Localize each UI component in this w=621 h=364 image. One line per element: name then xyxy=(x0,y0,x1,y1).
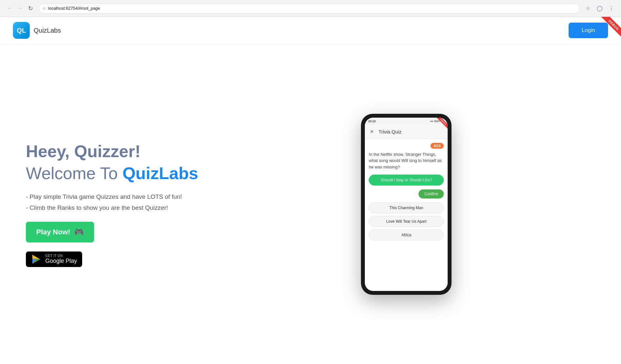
reload-button[interactable]: ↻ xyxy=(26,4,35,13)
phone-screen: 10:13 ▪▪▪ WiFi 🔋 ✕ Trivia Quiz xyxy=(365,118,448,291)
page: DEBUG QL QuizLabs Login Heey, Quizzer! W… xyxy=(0,17,621,364)
google-play-large: Google Play xyxy=(45,258,77,264)
phone-app-title: Trivia Quiz xyxy=(378,129,401,134)
phone-app-bar: ✕ Trivia Quiz xyxy=(365,125,448,139)
answer-text-2: This Charming Man xyxy=(389,206,423,210)
hero-heading-2-prefix: Welcome To xyxy=(26,164,123,183)
answer-text-1: Should I Stay or Should I Go? xyxy=(381,178,432,182)
confirm-button[interactable]: Confirm xyxy=(419,189,444,198)
logo-area: QL QuizLabs xyxy=(13,22,61,39)
question-text: In the Netflix show, Stranger Things, wh… xyxy=(369,151,444,170)
play-now-label: Play Now! xyxy=(36,228,70,236)
gamepad-icon: 🎮 xyxy=(74,228,84,237)
answer-option-3[interactable]: Love Will Tear Us Apart xyxy=(369,216,444,227)
app-name: QuizLabs xyxy=(34,27,61,34)
hero-left: Heey, Quizzer! Welcome To QuizLabs - Pla… xyxy=(26,142,198,267)
answer-option-2[interactable]: This Charming Man xyxy=(369,202,444,213)
answer-text-4: Africa xyxy=(401,233,411,237)
svg-marker-2 xyxy=(32,255,40,259)
url-text: localhost:62754/#root_page xyxy=(48,6,100,11)
google-play-text: GET IT ON Google Play xyxy=(45,254,77,264)
google-play-badge[interactable]: GET IT ON Google Play xyxy=(26,252,82,267)
address-bar[interactable]: ○ localhost:62754/#root_page xyxy=(39,3,580,14)
google-play-small: GET IT ON xyxy=(45,254,77,258)
confirm-row: Confirm xyxy=(369,189,444,198)
header: QL QuizLabs Login xyxy=(0,17,621,44)
secure-icon: ○ xyxy=(43,6,46,11)
question-counter: 6/15 xyxy=(430,143,444,149)
phone-status-bar: 10:13 ▪▪▪ WiFi 🔋 xyxy=(365,118,448,125)
phone-status-icons: ▪▪▪ WiFi 🔋 xyxy=(430,120,445,123)
hero-right: 10:13 ▪▪▪ WiFi 🔋 ✕ Trivia Quiz xyxy=(198,114,595,295)
hero-brand-name: QuizLabs xyxy=(123,164,198,183)
content-area: Heey, Quizzer! Welcome To QuizLabs - Pla… xyxy=(0,44,621,364)
account-button[interactable]: ◯ xyxy=(595,4,604,13)
bookmark-button[interactable]: ☆ xyxy=(583,4,593,13)
hero-heading-1: Heey, Quizzer! xyxy=(26,142,198,161)
browser-chrome: ← → ↻ ○ localhost:62754/#root_page ☆ ◯ ⋮ xyxy=(0,0,621,17)
hero-heading-2: Welcome To QuizLabs xyxy=(26,164,198,183)
menu-button[interactable]: ⋮ xyxy=(607,4,616,13)
battery-icon: 🔋 xyxy=(441,120,444,123)
feature-text-2: - Climb the Ranks to show you are the be… xyxy=(26,204,198,211)
wifi-icon: WiFi xyxy=(434,120,440,123)
phone-time: 10:13 xyxy=(368,120,376,123)
signal-icon: ▪▪▪ xyxy=(430,120,433,123)
phone-content: 6/15 In the Netflix show, Stranger Thing… xyxy=(365,139,448,291)
answer-text-3: Love Will Tear Us Apart xyxy=(386,219,427,224)
answer-option-4[interactable]: Africa xyxy=(369,230,444,241)
phone-close-button[interactable]: ✕ xyxy=(369,128,375,135)
back-button[interactable]: ← xyxy=(5,4,14,13)
phone-mockup: 10:13 ▪▪▪ WiFi 🔋 ✕ Trivia Quiz xyxy=(361,114,452,295)
google-play-icon xyxy=(31,254,41,264)
play-now-button[interactable]: Play Now! 🎮 xyxy=(26,222,94,242)
browser-nav-buttons: ← → ↻ xyxy=(5,4,35,13)
answer-option-1[interactable]: Should I Stay or Should I Go? xyxy=(369,175,444,186)
browser-actions: ☆ ◯ ⋮ xyxy=(583,4,616,13)
login-button[interactable]: Login xyxy=(569,23,608,38)
logo-icon: QL xyxy=(13,22,30,39)
forward-button[interactable]: → xyxy=(16,4,25,13)
feature-text-1: - Play simple Trivia game Quizzes and ha… xyxy=(26,193,198,200)
